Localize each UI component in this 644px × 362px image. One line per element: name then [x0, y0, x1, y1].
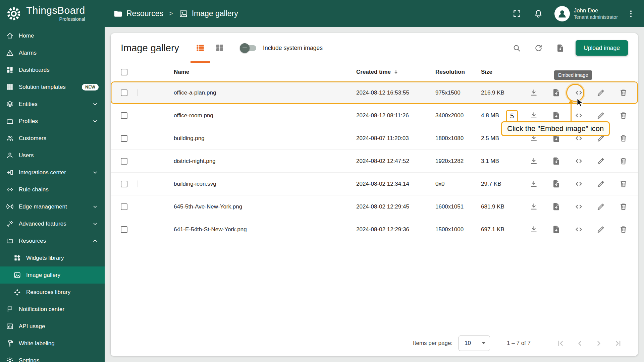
download-icon[interactable] — [529, 111, 538, 120]
sidebar-item-image-gallery[interactable]: Image gallery — [0, 266, 105, 284]
sidebar-item-integrations-center[interactable]: Integrations center — [0, 164, 105, 181]
embed-image-icon[interactable] — [574, 202, 583, 211]
column-size[interactable]: Size — [481, 69, 528, 75]
upload-image-button[interactable]: Upload image — [576, 40, 628, 56]
items-per-page-select[interactable]: 10 — [459, 336, 490, 351]
download-icon[interactable] — [529, 157, 538, 166]
sidebar-item-customers[interactable]: Customers — [0, 130, 105, 147]
annotation-instruction: Click the "Embed image" icon — [501, 121, 610, 136]
sidebar-item-entities[interactable]: Entities — [0, 96, 105, 113]
file-size: 4.8 MB — [481, 112, 528, 119]
sidebar-item-widgets-library[interactable]: Widgets library — [0, 249, 105, 266]
table-row[interactable]: office-a-plan.png 2024-08-12 16:53:55 97… — [111, 81, 638, 104]
embed-image-icon[interactable] — [574, 179, 583, 188]
sidebar-item-settings[interactable]: Settings — [0, 352, 105, 362]
embed-image-icon[interactable] — [574, 111, 583, 120]
api-usage-icon — [6, 322, 14, 330]
column-resolution[interactable]: Resolution — [435, 69, 481, 75]
import-image-icon[interactable] — [556, 44, 565, 53]
resolution: 1800x1080 — [435, 135, 481, 142]
edit-icon[interactable] — [596, 88, 605, 97]
created-time: 2024-08-02 12:29:36 — [356, 226, 435, 233]
delete-icon[interactable] — [619, 225, 628, 234]
sidebar-item-profiles[interactable]: Profiles — [0, 113, 105, 130]
export-image-icon[interactable] — [552, 157, 561, 166]
sidebar-item-alarms[interactable]: Alarms — [0, 44, 105, 61]
delete-icon[interactable] — [619, 88, 628, 97]
more-menu-icon[interactable] — [627, 9, 635, 18]
download-icon[interactable] — [529, 225, 538, 234]
next-page-icon[interactable] — [594, 339, 603, 348]
sidebar-item-label: Advanced features — [19, 221, 66, 227]
sidebar-item-notification-center[interactable]: Notification center — [0, 301, 105, 318]
sidebar-item-dashboards[interactable]: Dashboards — [0, 61, 105, 78]
export-image-icon[interactable] — [552, 111, 561, 120]
first-page-icon[interactable] — [556, 339, 565, 348]
fullscreen-icon[interactable] — [512, 9, 522, 18]
notifications-bell-icon[interactable] — [534, 9, 543, 18]
previous-page-icon[interactable] — [575, 339, 584, 348]
sidebar-item-home[interactable]: Home — [0, 27, 105, 44]
last-page-icon[interactable] — [613, 339, 623, 348]
include-system-images-toggle[interactable] — [241, 45, 256, 51]
sidebar-item-advanced-features[interactable]: Advanced features — [0, 215, 105, 232]
edit-icon[interactable] — [596, 202, 605, 211]
row-checkbox[interactable] — [121, 158, 127, 165]
table-row[interactable]: district-night.png 2024-08-02 12:47:52 1… — [111, 150, 638, 173]
export-image-icon[interactable] — [552, 225, 561, 234]
download-icon[interactable] — [529, 179, 538, 188]
breadcrumb-resources[interactable]: Resources — [126, 9, 163, 18]
row-checkbox[interactable] — [121, 112, 127, 119]
sidebar-item-solution-templates[interactable]: Solution templatesNEW — [0, 78, 105, 96]
refresh-icon[interactable] — [534, 44, 543, 53]
embed-image-icon[interactable] — [574, 225, 583, 234]
export-image-icon[interactable] — [552, 88, 561, 97]
sidebar-item-label: Solution templates — [19, 84, 66, 90]
sidebar-item-api-usage[interactable]: API usage — [0, 318, 105, 335]
grid-view-icon — [215, 43, 225, 53]
customers-icon — [6, 134, 14, 142]
export-image-icon[interactable] — [552, 179, 561, 188]
table-row[interactable]: 641-E-54th-St-New-York.png 2024-08-02 12… — [111, 218, 638, 241]
export-image-icon[interactable] — [552, 202, 561, 211]
table-row[interactable]: 645-5th-Ave-New-York.png 2024-08-02 12:2… — [111, 195, 638, 218]
sidebar-item-edge-management[interactable]: Edge management — [0, 198, 105, 215]
avatar[interactable] — [554, 6, 570, 21]
column-name[interactable]: Name — [174, 69, 356, 75]
row-checkbox[interactable] — [121, 135, 127, 142]
edit-icon[interactable] — [596, 179, 605, 188]
download-icon[interactable] — [529, 88, 538, 97]
delete-icon[interactable] — [619, 134, 628, 143]
list-view-button[interactable] — [191, 33, 210, 63]
table-row[interactable]: building-icon.svg 2024-08-02 12:34:14 0x… — [111, 173, 638, 195]
delete-icon[interactable] — [619, 202, 628, 211]
download-icon[interactable] — [529, 202, 538, 211]
embed-image-icon[interactable] — [574, 157, 583, 166]
column-created-time[interactable]: Created time — [356, 69, 435, 75]
row-checkbox[interactable] — [121, 226, 127, 233]
row-checkbox[interactable] — [121, 203, 127, 210]
created-time: 2024-08-12 08:11:26 — [356, 112, 435, 119]
page-title: Image gallery — [121, 43, 179, 54]
resources-library-icon — [13, 288, 21, 296]
row-checkbox[interactable] — [121, 181, 127, 187]
edit-icon[interactable] — [596, 157, 605, 166]
delete-icon[interactable] — [619, 157, 628, 166]
delete-icon[interactable] — [619, 111, 628, 120]
search-icon[interactable] — [512, 44, 521, 53]
items-per-page-value: 10 — [465, 340, 471, 347]
row-checkbox[interactable] — [121, 89, 127, 96]
breadcrumb-image-gallery: Image gallery — [192, 9, 238, 18]
select-all-checkbox[interactable] — [121, 69, 127, 75]
delete-icon[interactable] — [619, 179, 628, 188]
edit-icon[interactable] — [596, 225, 605, 234]
grid-view-button[interactable] — [210, 33, 229, 63]
sidebar-item-white-labeling[interactable]: White labeling — [0, 335, 105, 352]
sidebar-item-rule-chains[interactable]: Rule chains — [0, 181, 105, 198]
sidebar-item-resources[interactable]: Resources — [0, 232, 105, 249]
edit-icon[interactable] — [596, 111, 605, 120]
user-info: John Doe Tenant administrator — [574, 7, 618, 20]
sidebar-item-resources-library[interactable]: Resources library — [0, 284, 105, 301]
sidebar-item-users[interactable]: Users — [0, 147, 105, 164]
breadcrumb: Resources > Image gallery — [113, 9, 238, 18]
